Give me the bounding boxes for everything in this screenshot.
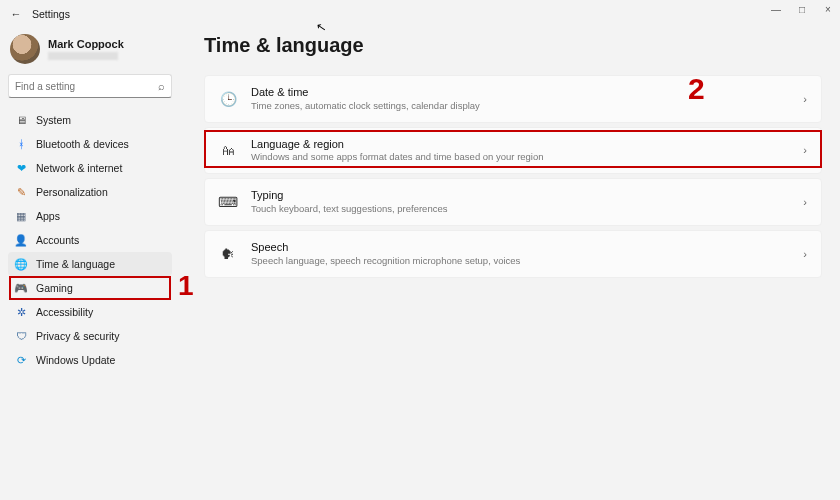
nav-label: Time & language — [36, 258, 115, 270]
sidebar: Mark Coppock ⌕ 🖥SystemᚼBluetooth & devic… — [0, 28, 180, 500]
nav-label: Accounts — [36, 234, 79, 246]
content: Time & language 🕒Date & timeTime zones, … — [180, 28, 840, 500]
chevron-right-icon: › — [803, 248, 807, 260]
card-subtitle: Time zones, automatic clock settings, ca… — [251, 100, 789, 112]
nav-icon: ✎ — [14, 185, 28, 199]
settings-card-typing[interactable]: ⌨TypingTouch keyboard, text suggestions,… — [204, 178, 822, 226]
nav-list: 🖥SystemᚼBluetooth & devices❤Network & in… — [8, 108, 172, 372]
nav-icon: ▦ — [14, 209, 28, 223]
sidebar-item-accessibility[interactable]: ✲Accessibility — [8, 300, 172, 324]
page-title: Time & language — [204, 34, 822, 57]
sidebar-item-windows-update[interactable]: ⟳Windows Update — [8, 348, 172, 372]
nav-label: Network & internet — [36, 162, 122, 174]
nav-icon: ⟳ — [14, 353, 28, 367]
nav-label: Personalization — [36, 186, 108, 198]
search-input[interactable] — [15, 81, 158, 92]
search-box[interactable]: ⌕ — [8, 74, 172, 98]
settings-card-speech[interactable]: 🗣SpeechSpeech language, speech recogniti… — [204, 230, 822, 278]
annotation-marker-1: 1 — [178, 270, 194, 302]
card-icon: 🗛 — [219, 142, 237, 158]
sidebar-item-gaming[interactable]: 🎮Gaming — [8, 276, 172, 300]
nav-icon: 🖥 — [14, 113, 28, 127]
sidebar-item-network-internet[interactable]: ❤Network & internet — [8, 156, 172, 180]
sidebar-item-privacy-security[interactable]: 🛡Privacy & security — [8, 324, 172, 348]
chevron-right-icon: › — [803, 144, 807, 156]
sidebar-item-apps[interactable]: ▦Apps — [8, 204, 172, 228]
nav-icon: ✲ — [14, 305, 28, 319]
maximize-button[interactable]: □ — [796, 4, 808, 15]
settings-card-date-time[interactable]: 🕒Date & timeTime zones, automatic clock … — [204, 75, 822, 123]
card-title: Speech — [251, 241, 789, 255]
settings-card-language-region[interactable]: 🗛Language & regionWindows and some apps … — [204, 127, 822, 175]
sidebar-item-time-language[interactable]: 🌐Time & language — [8, 252, 172, 276]
nav-icon: 👤 — [14, 233, 28, 247]
nav-icon: 🛡 — [14, 329, 28, 343]
card-subtitle: Speech language, speech recognition micr… — [251, 255, 789, 267]
nav-icon: 🎮 — [14, 281, 28, 295]
profile-email-redacted — [48, 52, 118, 60]
chevron-right-icon: › — [803, 93, 807, 105]
profile[interactable]: Mark Coppock — [8, 30, 172, 74]
nav-label: Apps — [36, 210, 60, 222]
window-controls: — □ × — [770, 4, 834, 15]
nav-icon: ᚼ — [14, 137, 28, 151]
avatar — [10, 34, 40, 64]
card-subtitle: Touch keyboard, text suggestions, prefer… — [251, 203, 789, 215]
sidebar-item-accounts[interactable]: 👤Accounts — [8, 228, 172, 252]
minimize-button[interactable]: — — [770, 4, 782, 15]
search-icon: ⌕ — [158, 80, 165, 92]
card-icon: 🕒 — [219, 91, 237, 107]
card-icon: ⌨ — [219, 194, 237, 210]
nav-label: Gaming — [36, 282, 73, 294]
nav-label: Accessibility — [36, 306, 93, 318]
nav-label: System — [36, 114, 71, 126]
close-button[interactable]: × — [822, 4, 834, 15]
sidebar-item-bluetooth-devices[interactable]: ᚼBluetooth & devices — [8, 132, 172, 156]
nav-icon: ❤ — [14, 161, 28, 175]
nav-label: Privacy & security — [36, 330, 119, 342]
back-button[interactable]: ← — [8, 8, 24, 20]
nav-label: Windows Update — [36, 354, 115, 366]
card-icon: 🗣 — [219, 246, 237, 262]
annotation-marker-2: 2 — [688, 72, 705, 106]
profile-name: Mark Coppock — [48, 38, 124, 51]
card-title: Date & time — [251, 86, 789, 100]
sidebar-item-personalization[interactable]: ✎Personalization — [8, 180, 172, 204]
card-title: Typing — [251, 189, 789, 203]
titlebar: ← Settings — □ × — [0, 0, 840, 28]
app-title: Settings — [32, 8, 70, 20]
nav-label: Bluetooth & devices — [36, 138, 129, 150]
card-title: Language & region — [251, 138, 789, 152]
sidebar-item-system[interactable]: 🖥System — [8, 108, 172, 132]
nav-icon: 🌐 — [14, 257, 28, 271]
chevron-right-icon: › — [803, 196, 807, 208]
card-subtitle: Windows and some apps format dates and t… — [251, 151, 789, 163]
card-list: 🕒Date & timeTime zones, automatic clock … — [204, 75, 822, 278]
